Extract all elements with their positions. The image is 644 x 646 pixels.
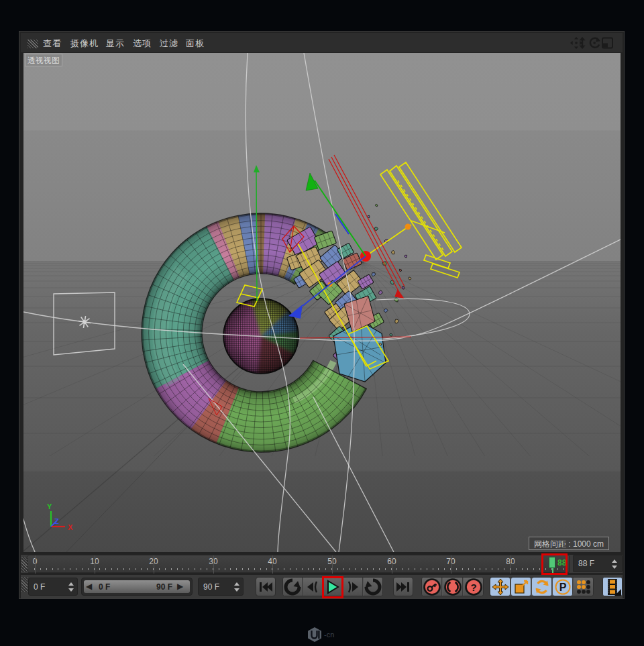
svg-text:P: P <box>559 582 566 593</box>
svg-text:-cn: -cn <box>324 631 334 639</box>
svg-text:?: ? <box>470 582 476 593</box>
svg-text:Y: Y <box>47 502 52 510</box>
svg-text:X: X <box>68 523 73 531</box>
svg-text:Z: Z <box>54 517 59 525</box>
